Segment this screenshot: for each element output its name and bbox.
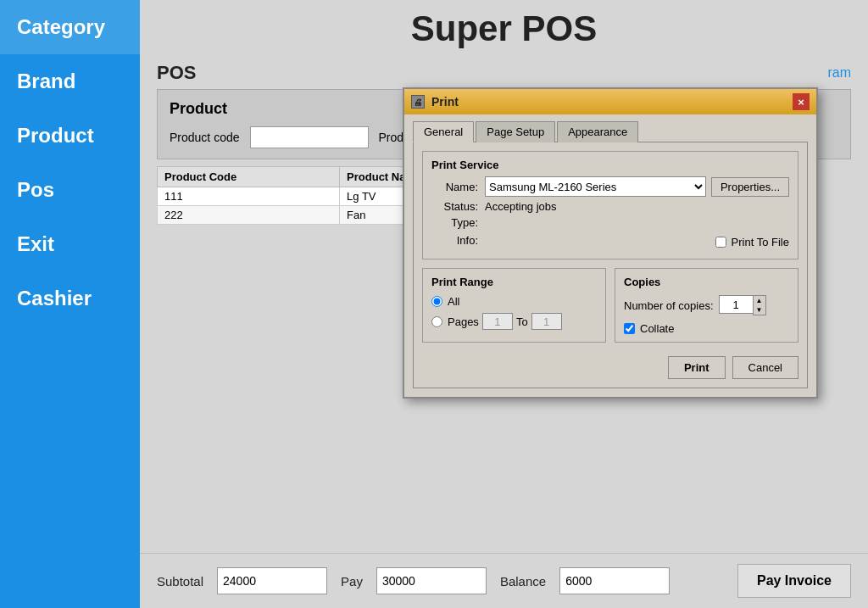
print-to-file-label: Print To File xyxy=(732,236,789,248)
sidebar-item-cashier[interactable]: Cashier xyxy=(0,271,140,326)
tab-content: Print Service Name: Samsung ML-2160 Seri… xyxy=(413,142,808,388)
print-service-label: Print Service xyxy=(431,159,789,171)
copies-section: Copies Number of copies: ▲ ▼ xyxy=(615,268,798,343)
pages-label: Pages xyxy=(448,315,479,328)
subtotal-input[interactable] xyxy=(217,567,327,594)
dialog-body: General Page Setup Appearance Print Serv… xyxy=(404,114,816,397)
name-field-row: Name: Samsung ML-2160 Series Properties.… xyxy=(431,176,789,197)
balance-label: Balance xyxy=(500,574,546,588)
copies-label: Copies xyxy=(624,276,789,288)
status-field-row: Status: Accepting jobs xyxy=(431,200,789,213)
copies-count-row: Number of copies: ▲ ▼ xyxy=(624,295,789,315)
print-range-section: Print Range All Pages xyxy=(422,268,606,343)
sidebar-item-exit[interactable]: Exit xyxy=(0,217,140,271)
pages-from-input[interactable] xyxy=(482,313,513,330)
status-value: Accepting jobs xyxy=(485,200,557,213)
tab-general[interactable]: General xyxy=(413,121,474,142)
print-service-section: Print Service Name: Samsung ML-2160 Seri… xyxy=(422,151,798,259)
print-range-label: Print Range xyxy=(431,276,597,288)
copies-up-button[interactable]: ▲ xyxy=(754,296,765,305)
number-of-copies-label: Number of copies: xyxy=(624,299,714,312)
info-field-row: Info: Print To File xyxy=(431,232,789,248)
subtotal-label: Subtotal xyxy=(157,574,203,588)
pages-to-input[interactable] xyxy=(531,313,562,330)
print-button[interactable]: Print xyxy=(668,356,726,379)
tab-appearance[interactable]: Appearance xyxy=(557,121,638,142)
sidebar: Category Brand Product Pos Exit Cashier xyxy=(0,0,140,608)
dialog-close-button[interactable]: × xyxy=(793,93,810,110)
sidebar-item-pos[interactable]: Pos xyxy=(0,163,140,217)
dialog-overlay: 🖨 Print × General Page Setup Appearance xyxy=(140,53,868,553)
balance-input[interactable] xyxy=(559,567,670,594)
bottom-sections: Print Range All Pages xyxy=(422,268,798,343)
type-label: Type: xyxy=(431,216,478,229)
to-label: To xyxy=(516,315,528,328)
tab-bar: General Page Setup Appearance xyxy=(413,121,808,142)
app-title: Super POS xyxy=(140,8,868,49)
dialog-buttons: Print Cancel xyxy=(422,351,798,379)
app-header: Super POS xyxy=(140,0,868,53)
collate-checkbox[interactable] xyxy=(624,323,635,334)
collate-row: Collate xyxy=(624,322,789,335)
pay-input[interactable] xyxy=(376,567,487,594)
type-field-row: Type: xyxy=(431,216,789,229)
collate-label: Collate xyxy=(640,322,674,335)
sidebar-item-product[interactable]: Product xyxy=(0,109,140,163)
name-label: Name: xyxy=(431,181,478,193)
print-dialog: 🖨 Print × General Page Setup Appearance xyxy=(403,87,818,399)
copies-input[interactable] xyxy=(719,295,753,314)
properties-button[interactable]: Properties... xyxy=(711,177,789,197)
main-area: Super POS POS ram Product Product code P… xyxy=(140,0,868,608)
pay-invoice-button[interactable]: Pay Invoice xyxy=(737,564,851,598)
pages-radio[interactable] xyxy=(431,316,442,327)
pay-label: Pay xyxy=(341,574,363,588)
cancel-button[interactable]: Cancel xyxy=(732,356,798,379)
printer-select[interactable]: Samsung ML-2160 Series xyxy=(485,176,706,197)
info-label: Info: xyxy=(431,234,478,247)
tab-page-setup[interactable]: Page Setup xyxy=(476,121,555,142)
bottom-bar: Subtotal Pay Balance Pay Invoice xyxy=(140,553,868,608)
all-radio-row: All xyxy=(431,295,597,308)
all-label: All xyxy=(448,295,459,308)
print-to-file-checkbox[interactable] xyxy=(715,237,726,248)
sidebar-item-brand[interactable]: Brand xyxy=(0,54,140,109)
pos-content: POS ram Product Product code Product nam… xyxy=(140,53,868,553)
pages-radio-row: Pages To xyxy=(431,313,597,330)
printer-icon: 🖨 xyxy=(411,95,425,109)
copies-down-button[interactable]: ▼ xyxy=(754,305,765,315)
dialog-title: Print xyxy=(431,95,459,109)
all-radio[interactable] xyxy=(431,296,442,307)
status-label: Status: xyxy=(431,200,478,213)
sidebar-item-category[interactable]: Category xyxy=(0,0,140,54)
dialog-titlebar: 🖨 Print × xyxy=(404,89,816,114)
